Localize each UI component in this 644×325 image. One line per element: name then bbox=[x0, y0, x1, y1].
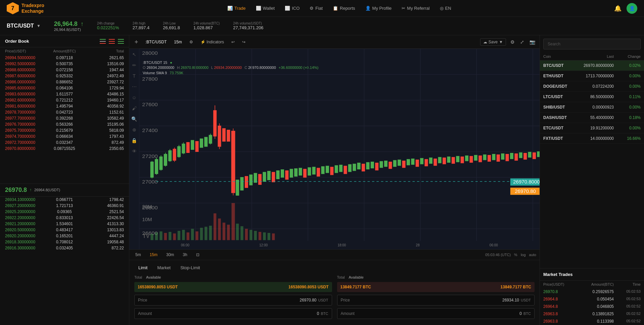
sell-order-row[interactable]: 26976.700000000.56326615195.06 bbox=[0, 121, 129, 127]
svg-rect-148 bbox=[263, 232, 266, 240]
coin-list-item[interactable]: ETH/USDT1713.700000000.00% bbox=[540, 71, 644, 81]
buy-order-row[interactable]: 26922.200000000.83301322426.54 bbox=[0, 215, 129, 221]
sell-order-row[interactable]: 26994.500000000.0971182621.65 bbox=[0, 55, 129, 61]
tab-market[interactable]: Market bbox=[153, 263, 175, 272]
ob-buy-icon[interactable] bbox=[118, 39, 124, 44]
percent-toggle[interactable]: % bbox=[514, 253, 517, 257]
auto-toggle[interactable]: auto bbox=[529, 253, 536, 257]
sell-order-row[interactable]: 26985.600000000.0641061729.94 bbox=[0, 85, 129, 91]
sell-balance-row: 13849.7177 BTC 13849.7177 BTC bbox=[337, 282, 535, 292]
col-amount: Amount(BTC) bbox=[45, 49, 84, 53]
eye-tool[interactable]: 👁 bbox=[131, 147, 138, 155]
svg-rect-105 bbox=[465, 156, 468, 161]
timeframe-btn[interactable]: 15m bbox=[172, 39, 184, 45]
time-btn-30m[interactable]: 30m bbox=[164, 251, 177, 258]
sell-price-field: Price USDT bbox=[337, 295, 535, 306]
notification-bell-icon[interactable]: 🔔 bbox=[614, 5, 622, 12]
sell-order-row[interactable]: 26992.500000000.50073513516.09 bbox=[0, 61, 129, 67]
pair-dropdown-icon[interactable]: ▼ bbox=[37, 24, 41, 28]
coin-list-item[interactable]: DASH/USDT55.400000000.18% bbox=[540, 113, 644, 123]
nav-language[interactable]: ◎ EN bbox=[440, 6, 451, 11]
buy-order-row[interactable]: 26925.200000000.093652521.54 bbox=[0, 209, 129, 215]
magnet-tool[interactable]: ⊕ bbox=[131, 126, 138, 134]
nav-my-referral[interactable]: ✂ My Referral bbox=[402, 6, 429, 11]
sell-order-row[interactable]: 26974.700000000.0666341797.43 bbox=[0, 133, 129, 139]
sell-price-input[interactable] bbox=[350, 298, 519, 302]
sell-order-row[interactable]: 26970.800000000.087155252350.65 bbox=[0, 146, 129, 152]
buy-order-row[interactable]: 26916.300000000.032405872.22 bbox=[0, 245, 129, 251]
ob-sell-icon[interactable] bbox=[109, 39, 115, 44]
svg-rect-78 bbox=[344, 166, 347, 174]
search-input[interactable] bbox=[543, 39, 641, 49]
cursor-tool[interactable]: ↖ bbox=[131, 50, 138, 58]
pattern-tool[interactable]: ⋯ bbox=[131, 83, 138, 91]
buy-price-input[interactable] bbox=[147, 298, 316, 302]
ob-both-icon[interactable] bbox=[100, 39, 106, 44]
redo-btn[interactable]: ↪ bbox=[240, 39, 247, 45]
sell-order-row[interactable]: 26986.000000000.88665223927.72 bbox=[0, 79, 129, 85]
buy-amount-label: Amount bbox=[138, 311, 152, 316]
svg-rect-113 bbox=[501, 154, 504, 159]
sell-order-row[interactable]: 26975.700000000.2156795818.09 bbox=[0, 127, 129, 133]
screenshot-btn[interactable]: 📷 bbox=[528, 38, 536, 46]
buy-order-row[interactable]: 26934.100000000.0667711798.42 bbox=[0, 197, 129, 203]
nav-wallet[interactable]: ⬜ Wallet bbox=[256, 6, 275, 11]
coin-list-item[interactable]: BTC/USDT26970.800000000.02% bbox=[540, 60, 644, 71]
nav-my-profile[interactable]: 👤 My Profile bbox=[365, 6, 392, 11]
logo[interactable]: 7 Tradexpro Exchange bbox=[7, 2, 44, 14]
zoom-tool[interactable]: 🔍 bbox=[130, 115, 138, 123]
emoji-tool[interactable]: ☺ bbox=[130, 93, 138, 101]
buy-order-row[interactable]: 26921.200000001.53460141313.30 bbox=[0, 221, 129, 227]
sync-btn-icon[interactable]: ⊡ bbox=[193, 251, 202, 258]
sell-order-row[interactable]: 26972.700000000.032347872.49 bbox=[0, 139, 129, 146]
save-btn[interactable]: ☁ Save ▼ bbox=[480, 38, 506, 46]
sell-total-value: 13849.7177 BTC bbox=[340, 285, 371, 289]
coin-list-item[interactable]: DOGE/USDT0.072242000.00% bbox=[540, 81, 644, 92]
ticker-pair[interactable]: BTC/USDT ▼ bbox=[7, 23, 41, 29]
text-tool[interactable]: T bbox=[131, 72, 137, 80]
coin-list-item[interactable]: LTC/USDT86.500000000.11% bbox=[540, 92, 644, 102]
log-toggle[interactable]: log bbox=[521, 253, 526, 257]
time-btn-3h[interactable]: 3h bbox=[180, 251, 190, 258]
market-trade-row: 26963.80.11339805:02:52 bbox=[540, 318, 644, 325]
sell-order-row[interactable]: 26977.700000000.39226810582.49 bbox=[0, 115, 129, 121]
lock-tool[interactable]: 🔒 bbox=[130, 136, 138, 145]
buy-order-row[interactable]: 26920.500000000.48341713013.83 bbox=[0, 227, 129, 233]
coin-list-item[interactable]: SHIB/USDT0.000009230.00% bbox=[540, 102, 644, 113]
sell-order-row[interactable]: 26987.600000000.92533224972.49 bbox=[0, 73, 129, 79]
sell-order-row[interactable]: 26981.600000001.49579440358.92 bbox=[0, 103, 129, 109]
sell-order-row[interactable]: 26982.600000000.72121219460.17 bbox=[0, 97, 129, 103]
coin-list-item[interactable]: ETC/USDT19.912000000.00% bbox=[540, 123, 644, 133]
nav-reports[interactable]: 📋 Reports bbox=[333, 6, 355, 11]
buy-order-row[interactable]: 26920.200000000.1652014447.24 bbox=[0, 233, 129, 239]
buy-order-row[interactable]: 26918.300000000.70801219058.48 bbox=[0, 239, 129, 245]
svg-rect-107 bbox=[474, 155, 477, 160]
time-btn-5m[interactable]: 5m bbox=[133, 251, 144, 258]
chart-gear-btn[interactable]: ⚙ bbox=[509, 38, 516, 46]
nav-ico[interactable]: ⬜ ICO bbox=[285, 6, 300, 11]
sell-order-row[interactable]: 26983.600000001.61157743486.15 bbox=[0, 91, 129, 97]
trading-form: Limit Market Stop-Limit Total Available bbox=[129, 260, 540, 325]
buy-amount-input[interactable] bbox=[152, 311, 319, 316]
sell-order-row[interactable]: 26988.600000000.0721581947.44 bbox=[0, 67, 129, 73]
time-btn-15m[interactable]: 15m bbox=[147, 251, 160, 258]
svg-rect-65 bbox=[285, 171, 288, 179]
sell-amount-input[interactable] bbox=[355, 311, 522, 316]
tab-limit[interactable]: Limit bbox=[134, 263, 151, 272]
nav-trade[interactable]: 📊 Trade bbox=[227, 6, 245, 11]
buy-order-row[interactable]: 26927.200000001.72171346360.91 bbox=[0, 203, 129, 209]
brush-tool[interactable]: 🖌 bbox=[131, 104, 138, 112]
sell-order-row[interactable]: 26978.700000000.0427231152.61 bbox=[0, 109, 129, 115]
nav-fiat[interactable]: ⚙ Fiat bbox=[310, 6, 323, 11]
user-avatar[interactable]: 👤 bbox=[627, 3, 637, 14]
chart-settings-icon[interactable]: ⚙ bbox=[187, 39, 195, 45]
coin-list-item[interactable]: FXT/USDT14.0000000016.66% bbox=[540, 133, 644, 144]
undo-btn[interactable]: ↩ bbox=[229, 39, 237, 45]
tab-stop-limit[interactable]: Stop-Limit bbox=[176, 263, 204, 272]
svg-rect-128 bbox=[173, 234, 176, 240]
indicators-btn[interactable]: ⚡ Indicators bbox=[198, 39, 226, 45]
fullscreen-btn[interactable]: ⤢ bbox=[519, 38, 525, 46]
crosshair-tool-btn[interactable]: ✛ bbox=[133, 39, 140, 45]
svg-rect-126 bbox=[164, 233, 167, 240]
pencil-tool[interactable]: ✏ bbox=[131, 61, 138, 69]
